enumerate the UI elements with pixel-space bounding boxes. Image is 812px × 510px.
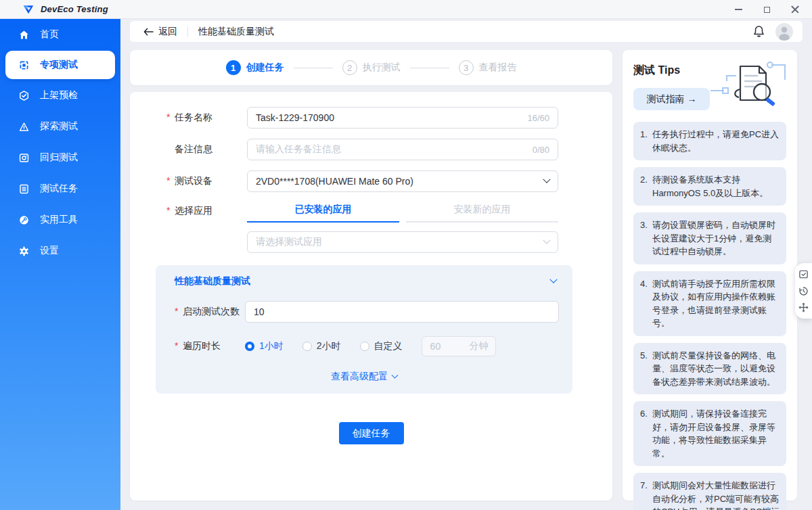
task-name-row: * 任务名称 Task-1229-170900 16/60 xyxy=(166,107,612,129)
radio-2-hours[interactable]: 2小时 xyxy=(302,340,341,352)
step-label: 执行测试 xyxy=(363,62,401,74)
launch-times-value: 10 xyxy=(254,306,265,317)
sidebar: 首页 专项测试 上架预检 探索测试 回归测试 xyxy=(0,19,120,510)
sidebar-item-special-test[interactable]: 专项测试 xyxy=(5,51,115,79)
task-name-input[interactable]: Task-1229-170900 16/60 xyxy=(247,107,558,129)
radio-icon xyxy=(245,342,254,351)
sidebar-item-label: 测试任务 xyxy=(40,183,78,195)
remark-row: * 备注信息 请输入任务备注信息 0/80 xyxy=(166,139,612,160)
required-mark: * xyxy=(175,306,183,318)
task-name-counter: 16/60 xyxy=(527,113,549,123)
tab-install-new-app[interactable]: 安装新的应用 xyxy=(406,204,558,223)
special-test-icon xyxy=(18,60,30,71)
deveco-logo-icon xyxy=(22,3,35,16)
steps-bar: 1 创建任务 2 执行测试 3 查看报告 xyxy=(130,50,612,85)
sidebar-item-label: 探索测试 xyxy=(40,120,78,133)
device-row: * 测试设备 2VD0****1708(HUAWEI Mate 60 Pro) xyxy=(166,170,612,192)
required-mark: * xyxy=(166,205,175,216)
required-mark: * xyxy=(175,340,183,352)
precheck-icon xyxy=(18,90,30,101)
remark-label: * 备注信息 xyxy=(166,143,247,156)
back-arrow-icon xyxy=(143,28,154,36)
notification-bell-icon[interactable] xyxy=(753,25,765,38)
sidebar-item-regression-test[interactable]: 回归测试 xyxy=(0,142,120,173)
sidebar-item-test-task[interactable]: 测试任务 xyxy=(0,173,120,204)
test-guide-button[interactable]: 测试指南 → xyxy=(633,88,710,110)
tab-installed-apps[interactable]: 已安装的应用 xyxy=(247,204,399,223)
step-create-task: 1 创建任务 xyxy=(226,60,284,75)
tip-item-6: 6.测试期间，请保持设备连接完好，请勿开启设备投屏、录屏等功能，将导致性能数据采… xyxy=(633,401,786,466)
step-run-test: 2 执行测试 xyxy=(342,60,401,75)
app-select-label: * 选择应用 xyxy=(166,205,247,217)
create-task-button[interactable]: 创建任务 xyxy=(339,422,404,444)
page-header: 返回 性能基础质量测试 xyxy=(130,21,803,42)
app-select-row: * 选择应用 已安装的应用 安装新的应用 请选择测试应用 xyxy=(166,204,612,253)
duration-label: * 遍历时长 xyxy=(175,340,245,352)
custom-minutes-value: 60 xyxy=(430,341,441,352)
launch-times-label: * 启动测试次数 xyxy=(175,306,245,318)
sidebar-item-label: 回归测试 xyxy=(40,152,78,164)
required-mark: * xyxy=(166,112,175,122)
test-app-placeholder: 请选择测试应用 xyxy=(256,236,544,248)
floating-toolbar xyxy=(795,263,812,319)
minimize-button[interactable] xyxy=(724,0,752,19)
test-app-select[interactable]: 请选择测试应用 xyxy=(247,231,558,253)
back-button[interactable]: 返回 xyxy=(143,26,177,38)
section-title: 性能基础质量测试 xyxy=(175,275,250,287)
step-label: 创建任务 xyxy=(246,62,284,74)
feedback-icon[interactable] xyxy=(798,269,809,279)
page-title: 性能基础质量测试 xyxy=(198,26,274,38)
tip-item-3: 3.请勿设置锁屏密码，自动锁屏时长设置建议大于1分钟，避免测试过程中自动锁屏。 xyxy=(633,212,786,264)
user-avatar[interactable] xyxy=(775,23,793,41)
sidebar-item-explore-test[interactable]: 探索测试 xyxy=(0,111,120,142)
tips-panel: 测试 Tips 测试指南 → 1.任务执行过程中，请避免PC进入休眠状态。 2.… xyxy=(623,50,797,501)
custom-minutes-input[interactable]: 60 分钟 xyxy=(422,336,496,356)
tips-list: 1.任务执行过程中，请避免PC进入休眠状态。 2.待测设备系统版本支持Harmo… xyxy=(633,122,786,510)
device-select[interactable]: 2VD0****1708(HUAWEI Mate 60 Pro) xyxy=(247,170,558,192)
radio-icon xyxy=(360,342,369,351)
step-number: 2 xyxy=(342,60,357,75)
maximize-button[interactable] xyxy=(752,0,781,19)
custom-minutes-unit: 分钟 xyxy=(470,340,489,352)
remark-input[interactable]: 请输入任务备注信息 0/80 xyxy=(247,139,558,160)
minimize-icon xyxy=(735,9,742,10)
radio-1-hour[interactable]: 1小时 xyxy=(245,340,284,352)
task-name-value: Task-1229-170900 xyxy=(256,112,522,123)
history-icon[interactable] xyxy=(798,286,809,296)
radio-icon xyxy=(302,342,312,351)
tip-item-4: 4.测试前请手动授予应用所需权限及协议，如有应用内操作依赖账号登录，也请提前登录… xyxy=(633,271,786,336)
task-name-label: * 任务名称 xyxy=(166,112,247,124)
divider xyxy=(187,27,188,37)
step-connector xyxy=(294,68,333,68)
step-number: 1 xyxy=(226,60,241,75)
settings-icon xyxy=(18,246,30,257)
tip-item-5: 5.测试前尽量保持设备的网络、电量、温度等状态一致，以避免设备状态差异带来测试结… xyxy=(633,343,786,395)
collapse-chevron-icon xyxy=(549,276,557,283)
home-icon xyxy=(18,29,30,41)
step-view-report: 3 查看报告 xyxy=(459,60,517,75)
required-mark: * xyxy=(166,175,175,186)
step-connector xyxy=(410,68,449,68)
tip-item-7: 7.测试期间会对大量性能数据进行自动化分析，对PC端可能有较高的CPU占用，请尽… xyxy=(633,473,786,510)
sidebar-item-tools[interactable]: 实用工具 xyxy=(0,204,120,235)
avatar-icon xyxy=(775,23,793,41)
launch-times-row: * 启动测试次数 10 xyxy=(175,301,559,323)
move-handle-icon[interactable] xyxy=(798,302,809,312)
section-header[interactable]: 性能基础质量测试 xyxy=(156,275,572,287)
sidebar-item-settings[interactable]: 设置 xyxy=(0,235,120,266)
device-label: * 测试设备 xyxy=(166,175,247,187)
duration-row: * 遍历时长 1小时 2小时 自定义 xyxy=(175,336,559,356)
sidebar-item-label: 上架预检 xyxy=(40,89,78,101)
maximize-icon xyxy=(764,7,770,13)
perf-quality-section: 性能基础质量测试 * 启动测试次数 10 * 遍历时长 xyxy=(156,265,572,394)
sidebar-item-precheck[interactable]: 上架预检 xyxy=(0,80,120,111)
advanced-config-link[interactable]: 查看高级配置 xyxy=(156,371,572,383)
radio-custom[interactable]: 自定义 xyxy=(360,340,403,352)
window-titlebar: DevEco Testing xyxy=(0,0,812,19)
duration-options: 1小时 2小时 自定义 60 分钟 xyxy=(245,336,496,356)
launch-times-input[interactable]: 10 xyxy=(245,301,559,323)
explore-test-icon xyxy=(18,121,30,133)
close-button[interactable] xyxy=(781,0,809,19)
device-value: 2VD0****1708(HUAWEI Mate 60 Pro) xyxy=(256,176,544,187)
sidebar-item-home[interactable]: 首页 xyxy=(0,19,120,50)
